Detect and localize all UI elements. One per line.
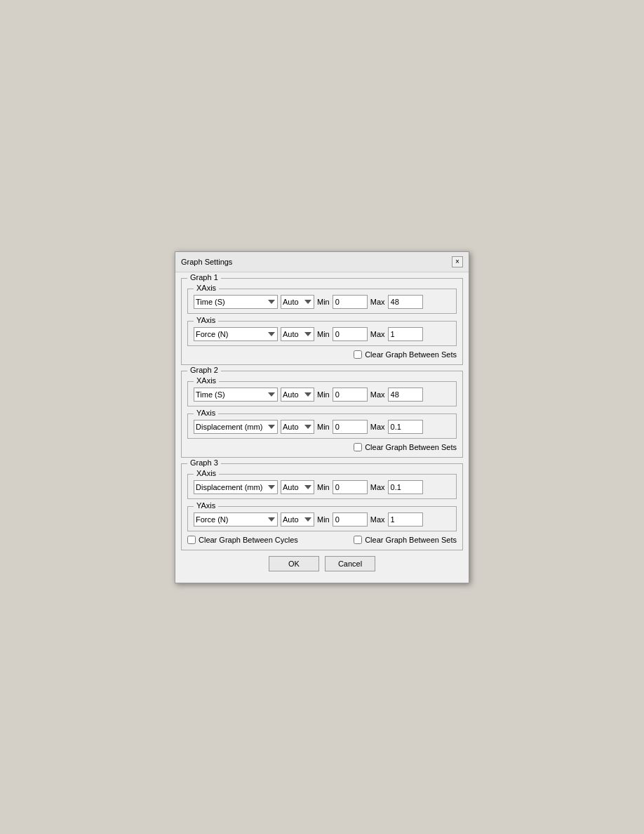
graph2-xaxis-legend: XAxis [194,376,219,385]
graph3-yaxis-min-input[interactable] [333,512,368,527]
graph3-clear-sets-checkbox[interactable] [354,536,362,544]
graph2-xaxis-min-input[interactable] [333,388,368,402]
graph2-yaxis-min-label: Min [317,423,330,431]
graph3-clear-sets-label: Clear Graph Between Sets [365,536,457,544]
graph3-clear-cycles-label: Clear Graph Between Cycles [199,536,298,544]
graph1-xaxis-row: Time (S) Displacement (mm) Force (N) Aut… [194,295,450,309]
graph1-yaxis-auto-select[interactable]: Auto Manual [281,327,314,341]
graph3-xaxis-legend: XAxis [194,469,219,477]
graph2-yaxis-dropdown[interactable]: Displacement (mm) Time (S) Force (N) [194,420,278,434]
button-row: OK Cancel [181,556,463,577]
graph1-yaxis-dropdown[interactable]: Force (N) Time (S) Displacement (mm) [194,327,278,341]
graph1-clear-sets-row: Clear Graph Between Sets [187,350,457,359]
graph1-yaxis-max-input[interactable] [388,327,423,341]
graph1-xaxis-min-label: Min [317,298,330,306]
graph2-clear-sets-checkbox[interactable] [354,443,362,451]
graph-settings-dialog: Graph Settings × Graph 1 XAxis Time (S) … [175,251,469,583]
graph2-clear-sets-label: Clear Graph Between Sets [365,443,457,451]
graph1-clear-sets-checkbox[interactable] [354,350,362,359]
graph3-xaxis-dropdown[interactable]: Displacement (mm) Time (S) Force (N) [194,480,278,494]
graph3-clear-cycles-checkbox[interactable] [187,536,196,544]
dialog-body: Graph 1 XAxis Time (S) Displacement (mm)… [175,272,469,583]
graph3-xaxis-max-input[interactable] [388,480,423,494]
graph2-xaxis-max-input[interactable] [388,388,423,402]
graph1-xaxis-min-input[interactable] [333,295,368,309]
graph1-yaxis-min-input[interactable] [333,327,368,341]
graph1-group: Graph 1 XAxis Time (S) Displacement (mm)… [181,278,463,365]
graph2-xaxis-auto-select[interactable]: Auto Manual [281,388,314,402]
graph3-xaxis-auto-select[interactable]: Auto Manual [281,480,314,494]
graph1-xaxis-dropdown[interactable]: Time (S) Displacement (mm) Force (N) [194,295,278,309]
graph1-yaxis-group: YAxis Force (N) Time (S) Displacement (m… [187,321,457,346]
graph2-xaxis-row: Time (S) Displacement (mm) Force (N) Aut… [194,388,450,402]
graph3-legend: Graph 3 [187,458,221,467]
graph1-xaxis-auto-select[interactable]: Auto Manual [281,295,314,309]
graph3-yaxis-row: Force (N) Time (S) Displacement (mm) Aut… [194,512,450,527]
graph3-group: Graph 3 XAxis Displacement (mm) Time (S)… [181,463,463,550]
close-button[interactable]: × [452,256,463,267]
cancel-button[interactable]: Cancel [325,556,375,571]
graph1-legend: Graph 1 [187,273,221,282]
graph2-clear-sets-row: Clear Graph Between Sets [187,443,457,451]
dialog-title: Graph Settings [181,258,232,266]
graph3-yaxis-max-label: Max [370,515,385,524]
graph1-yaxis-min-label: Min [317,330,330,338]
graph2-legend: Graph 2 [187,366,221,374]
graph1-yaxis-row: Force (N) Time (S) Displacement (mm) Aut… [194,327,450,341]
graph2-yaxis-max-label: Max [370,423,385,431]
graph1-xaxis-legend: XAxis [194,284,219,292]
graph2-yaxis-max-input[interactable] [388,420,423,434]
graph1-xaxis-group: XAxis Time (S) Displacement (mm) Force (… [187,289,457,314]
graph3-yaxis-group: YAxis Force (N) Time (S) Displacement (m… [187,506,457,531]
graph1-xaxis-max-input[interactable] [388,295,423,309]
ok-button[interactable]: OK [269,556,319,571]
graph3-yaxis-legend: YAxis [194,501,218,510]
graph2-xaxis-min-label: Min [317,390,330,399]
graph3-yaxis-max-input[interactable] [388,512,423,527]
graph3-xaxis-row: Displacement (mm) Time (S) Force (N) Aut… [194,480,450,494]
graph2-group: Graph 2 XAxis Time (S) Displacement (mm)… [181,371,463,458]
graph3-xaxis-max-label: Max [370,483,385,491]
graph3-clear-row: Clear Graph Between Cycles Clear Graph B… [187,536,457,544]
graph3-yaxis-dropdown[interactable]: Force (N) Time (S) Displacement (mm) [194,512,278,527]
graph2-xaxis-max-label: Max [370,390,385,399]
graph3-xaxis-min-label: Min [317,483,330,491]
graph2-yaxis-auto-select[interactable]: Auto Manual [281,420,314,434]
graph2-yaxis-row: Displacement (mm) Time (S) Force (N) Aut… [194,420,450,434]
graph3-xaxis-min-input[interactable] [333,480,368,494]
graph1-xaxis-max-label: Max [370,298,385,306]
graph2-yaxis-group: YAxis Displacement (mm) Time (S) Force (… [187,413,457,439]
graph1-yaxis-legend: YAxis [194,316,218,324]
graph3-xaxis-group: XAxis Displacement (mm) Time (S) Force (… [187,474,457,499]
graph1-yaxis-max-label: Max [370,330,385,338]
graph3-yaxis-min-label: Min [317,515,330,524]
graph2-yaxis-min-input[interactable] [333,420,368,434]
graph3-yaxis-auto-select[interactable]: Auto Manual [281,512,314,527]
title-bar: Graph Settings × [175,252,469,272]
graph2-xaxis-group: XAxis Time (S) Displacement (mm) Force (… [187,381,457,406]
graph2-xaxis-dropdown[interactable]: Time (S) Displacement (mm) Force (N) [194,388,278,402]
graph2-yaxis-legend: YAxis [194,409,218,417]
graph1-clear-sets-label: Clear Graph Between Sets [365,350,457,359]
